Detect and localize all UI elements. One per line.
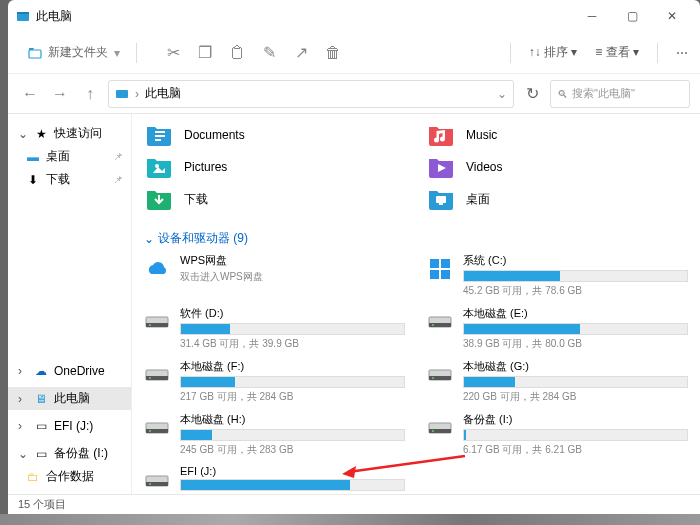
folder-icon	[144, 154, 174, 180]
sidebar-backup[interactable]: ⌄▭备份盘 (I:)	[8, 442, 131, 465]
drive-icon	[144, 414, 170, 442]
drive-icon	[144, 361, 170, 389]
usage-bar	[463, 429, 688, 441]
svg-rect-12	[441, 259, 450, 268]
refresh-button[interactable]: ↻	[520, 84, 544, 103]
folder-icon	[144, 186, 174, 212]
sidebar-efi[interactable]: ›▭EFI (J:)	[8, 416, 131, 436]
svg-rect-9	[436, 196, 446, 203]
drive-item[interactable]: 系统 (C:)45.2 GB 可用，共 78.6 GB	[427, 253, 688, 298]
usage-bar	[180, 323, 405, 335]
drive-item[interactable]: 本地磁盘 (H:)245 GB 可用，共 283 GB	[144, 412, 405, 457]
svg-point-29	[149, 430, 151, 432]
search-icon: 🔍︎	[557, 88, 568, 100]
back-button[interactable]: ←	[18, 82, 42, 106]
share-icon[interactable]: ↗	[293, 45, 309, 61]
app-icon	[16, 9, 30, 23]
sidebar-desktop[interactable]: ▬桌面📌︎	[8, 145, 131, 168]
new-folder-button[interactable]: 新建文件夹 ▾	[20, 40, 128, 65]
svg-rect-11	[430, 259, 439, 268]
svg-rect-13	[430, 270, 439, 279]
drive-icon	[427, 414, 453, 442]
svg-rect-2	[29, 50, 41, 58]
svg-rect-6	[155, 139, 161, 141]
drive-item[interactable]: EFI (J:)109 MB 可用，共 449 MB	[144, 465, 405, 494]
folder-桌面[interactable]: 桌面	[426, 186, 688, 212]
maximize-button[interactable]: ▢	[612, 2, 652, 30]
folder-music[interactable]: Music	[426, 122, 688, 148]
usage-bar	[180, 479, 405, 491]
usage-bar	[463, 376, 688, 388]
view-button[interactable]: ≡ 查看 ▾	[595, 44, 639, 61]
drive-item[interactable]: 本地磁盘 (E:)38.9 GB 可用，共 80.0 GB	[427, 306, 688, 351]
svg-rect-4	[155, 131, 165, 133]
folder-icon	[426, 154, 456, 180]
drive-item[interactable]: 本地磁盘 (G:)220 GB 可用，共 284 GB	[427, 359, 688, 404]
minimize-button[interactable]: ─	[572, 2, 612, 30]
usage-bar	[463, 270, 688, 282]
folder-icon	[426, 186, 456, 212]
up-button[interactable]: ↑	[78, 82, 102, 106]
chevron-down-icon: ⌄	[497, 87, 507, 101]
pc-icon	[115, 87, 129, 101]
svg-rect-3	[116, 90, 128, 98]
chevron-down-icon: ▾	[114, 46, 120, 60]
nav-bar: ← → ↑ › 此电脑 ⌄ ↻ 🔍︎ 搜索"此电脑"	[8, 74, 700, 114]
close-button[interactable]: ✕	[652, 2, 692, 30]
folder-下载[interactable]: 下载	[144, 186, 406, 212]
folder-icon	[426, 122, 456, 148]
more-button[interactable]: ⋯	[676, 46, 688, 60]
chevron-down-icon: ⌄	[144, 232, 154, 246]
devices-section-header[interactable]: ⌄设备和驱动器 (9)	[144, 224, 688, 253]
svg-point-20	[432, 324, 434, 326]
svg-point-17	[149, 324, 151, 326]
svg-point-26	[432, 377, 434, 379]
sidebar-coop[interactable]: 🗀合作数据	[8, 465, 131, 488]
svg-rect-10	[439, 203, 443, 205]
folder-pictures[interactable]: Pictures	[144, 154, 406, 180]
window-title: 此电脑	[36, 8, 72, 25]
delete-icon[interactable]: 🗑︎	[325, 45, 341, 61]
sidebar: ⌄★快速访问 ▬桌面📌︎ ⬇下载📌︎ ›☁OneDrive ›🖥︎此电脑 ›▭E…	[8, 114, 132, 494]
folder-videos[interactable]: Videos	[426, 154, 688, 180]
svg-rect-1	[17, 12, 29, 14]
folder-documents[interactable]: Documents	[144, 122, 406, 148]
folder-icon	[144, 122, 174, 148]
drive-item[interactable]: WPS网盘双击进入WPS网盘	[144, 253, 405, 298]
usage-bar	[180, 429, 405, 441]
copy-icon[interactable]: ❐	[197, 45, 213, 61]
drive-icon	[144, 308, 170, 336]
drive-icon	[427, 308, 453, 336]
svg-rect-14	[441, 270, 450, 279]
sidebar-this-pc[interactable]: ›🖥︎此电脑	[8, 387, 131, 410]
paste-icon[interactable]: 📋︎	[229, 45, 245, 61]
drive-item[interactable]: 备份盘 (I:)6.17 GB 可用，共 6.21 GB	[427, 412, 688, 457]
drive-icon	[427, 255, 453, 283]
sidebar-onedrive[interactable]: ›☁OneDrive	[8, 361, 131, 381]
sidebar-quick-access[interactable]: ⌄★快速访问	[8, 122, 131, 145]
drive-icon	[144, 255, 170, 283]
title-bar: 此电脑 ─ ▢ ✕	[8, 0, 700, 32]
drive-item[interactable]: 软件 (D:)31.4 GB 可用，共 39.9 GB	[144, 306, 405, 351]
svg-point-32	[432, 430, 434, 432]
drive-item[interactable]: 本地磁盘 (F:)217 GB 可用，共 284 GB	[144, 359, 405, 404]
svg-rect-5	[155, 135, 165, 137]
new-folder-icon	[28, 46, 42, 60]
main-content: DocumentsMusicPicturesVideos下载桌面 ⌄设备和驱动器…	[132, 114, 700, 494]
drive-icon	[144, 467, 170, 494]
sort-button[interactable]: ↑↓ 排序 ▾	[529, 44, 578, 61]
status-bar: 15 个项目	[8, 494, 700, 514]
address-bar[interactable]: › 此电脑 ⌄	[108, 80, 514, 108]
sidebar-downloads[interactable]: ⬇下载📌︎	[8, 168, 131, 191]
search-input[interactable]: 🔍︎ 搜索"此电脑"	[550, 80, 690, 108]
usage-bar	[180, 376, 405, 388]
svg-point-35	[149, 483, 151, 485]
drive-icon	[427, 361, 453, 389]
cut-icon[interactable]: ✂	[165, 45, 181, 61]
toolbar: 新建文件夹 ▾ ✂ ❐ 📋︎ ✎ ↗ 🗑︎ ↑↓ 排序 ▾ ≡ 查看 ▾ ⋯	[8, 32, 700, 74]
forward-button[interactable]: →	[48, 82, 72, 106]
usage-bar	[463, 323, 688, 335]
rename-icon[interactable]: ✎	[261, 45, 277, 61]
svg-point-23	[149, 377, 151, 379]
